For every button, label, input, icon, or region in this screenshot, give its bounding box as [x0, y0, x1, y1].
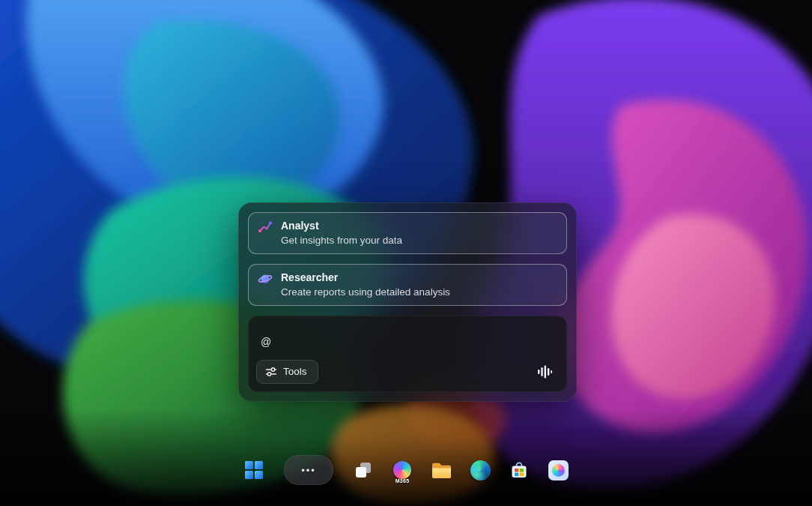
scatter-chart-icon: [258, 220, 273, 235]
edge-browser-icon: [470, 460, 491, 481]
planet-icon: [258, 271, 273, 286]
agent-text-researcher: Researcher Create reports using detailed…: [281, 270, 450, 300]
ellipsis-icon: •••: [301, 465, 316, 476]
prompt-input-box[interactable]: @ Tools: [248, 316, 567, 392]
m365-copilot-swirl-icon: [393, 461, 411, 479]
edge-browser-button[interactable]: [465, 455, 495, 485]
voice-waveform-icon[interactable]: [535, 362, 554, 382]
m365-copilot-button[interactable]: M365: [387, 455, 417, 485]
task-view-button[interactable]: [348, 455, 378, 485]
copilot-app-button[interactable]: [543, 455, 573, 485]
copilot-prompt-panel: Analyst Get insights from your data Rese…: [238, 202, 577, 402]
agent-title: Researcher: [281, 270, 450, 285]
tools-button-label: Tools: [283, 366, 307, 378]
folder-icon: [431, 462, 452, 479]
taskbar: ••• M365: [0, 443, 812, 497]
taskbar-overflow-pill[interactable]: •••: [284, 455, 333, 485]
sliders-icon: [265, 366, 277, 378]
task-view-icon: [354, 460, 373, 480]
agent-subtitle: Create reports using detailed analysis: [281, 285, 450, 300]
file-explorer-button[interactable]: [426, 455, 456, 485]
microsoft-store-button[interactable]: [504, 455, 534, 485]
prompt-toolbar: Tools: [256, 360, 554, 384]
tools-button[interactable]: Tools: [256, 360, 318, 384]
agent-text-analyst: Analyst Get insights from your data: [281, 218, 402, 248]
copilot-ribbon: [552, 464, 565, 477]
desktop: Analyst Get insights from your data Rese…: [0, 0, 812, 506]
m365-badge: M365: [387, 478, 417, 484]
windows-logo-icon: [244, 460, 264, 480]
agent-option-analyst[interactable]: Analyst Get insights from your data: [248, 212, 567, 254]
agent-title: Analyst: [281, 218, 402, 233]
copilot-swirl-icon: [548, 460, 569, 481]
agent-subtitle: Get insights from your data: [281, 233, 402, 248]
prompt-input-value[interactable]: @: [261, 336, 554, 348]
start-button[interactable]: [239, 455, 269, 485]
microsoft-store-icon: [509, 460, 529, 480]
agent-option-researcher[interactable]: Researcher Create reports using detailed…: [248, 264, 567, 306]
